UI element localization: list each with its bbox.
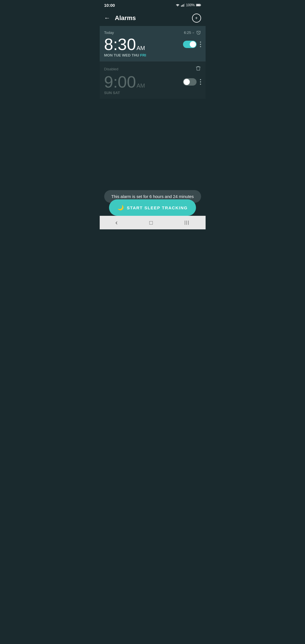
svg-rect-5 — [196, 4, 200, 6]
alarm-1-highlight-day: FRI — [140, 53, 146, 57]
alarm-1-controls — [183, 41, 201, 48]
page-title: Alarms — [115, 14, 136, 22]
alarm-item-2: Disabled 9:00AM SUN SA — [100, 61, 206, 99]
app-header: ← Alarms + — [100, 10, 206, 26]
nav-back-button[interactable]: ‹ — [116, 219, 118, 227]
bottom-section: This alarm is set for 6 hours and 24 min… — [100, 190, 206, 216]
sleep-tracking-button[interactable]: 🌙 START SLEEP TRACKING — [109, 199, 196, 216]
alarm-2-days: SUN SAT — [104, 91, 201, 95]
battery-icon — [196, 3, 201, 7]
nav-home-button[interactable]: □ — [149, 219, 153, 226]
alarm-1-toggle-knob — [190, 41, 196, 47]
alarm-2-header: Disabled — [104, 66, 201, 73]
alarm-2-toggle-knob — [184, 79, 190, 85]
alarm-1-time: 8:30 — [104, 35, 136, 53]
alarm-2-status: Disabled — [104, 67, 119, 71]
svg-rect-1 — [182, 5, 182, 6]
navigation-bar: ‹ □ ||| — [100, 216, 206, 229]
header-left: ← Alarms — [104, 14, 136, 22]
alarm-1-time-row: 8:30AM — [104, 36, 201, 53]
alarm-2-controls — [183, 78, 201, 86]
alarm-1-time-display: 8:30AM — [104, 36, 145, 53]
battery-percentage: 100% — [186, 3, 195, 7]
alarm-2-time: 9:00 — [104, 73, 136, 91]
svg-rect-3 — [184, 4, 184, 7]
alarm-1-toggle[interactable] — [183, 41, 197, 48]
alarm-1-days: MON TUE WED THU FRI — [104, 53, 201, 57]
alarm-1-more-button[interactable] — [200, 42, 201, 47]
nav-recent-button[interactable]: ||| — [184, 220, 189, 225]
alarm-list: Today 6:25→ 8:30AM — [100, 26, 206, 99]
alarm-2-time-row: 9:00AM — [104, 74, 201, 90]
alarm-2-delete-button[interactable] — [195, 66, 201, 73]
alarm-1-suffix: AM — [136, 45, 145, 51]
status-icons: 100% — [175, 3, 201, 7]
alarm-2-more-button[interactable] — [200, 79, 201, 85]
status-bar: 10:00 100% — [100, 0, 206, 10]
alarm-clock-icon — [196, 30, 201, 35]
svg-rect-6 — [200, 5, 201, 6]
alarm-1-header: Today 6:25→ — [104, 30, 201, 35]
moon-icon: 🌙 — [117, 204, 124, 211]
svg-rect-0 — [181, 5, 182, 6]
add-alarm-button[interactable]: + — [192, 14, 201, 23]
svg-rect-2 — [183, 4, 184, 6]
alarm-1-status: Today — [104, 31, 114, 35]
alarm-1-next: 6:25→ — [184, 30, 201, 35]
status-time: 10:00 — [104, 3, 115, 8]
alarm-2-suffix: AM — [136, 82, 145, 89]
alarm-2-time-display: 9:00AM — [104, 74, 145, 90]
alarm-2-toggle[interactable] — [183, 78, 197, 86]
alarm-item-1: Today 6:25→ 8:30AM — [100, 26, 206, 61]
back-button[interactable]: ← — [104, 14, 110, 22]
sleep-tracking-label: START SLEEP TRACKING — [127, 205, 188, 210]
wifi-icon — [175, 3, 180, 7]
signal-icon — [181, 3, 185, 7]
